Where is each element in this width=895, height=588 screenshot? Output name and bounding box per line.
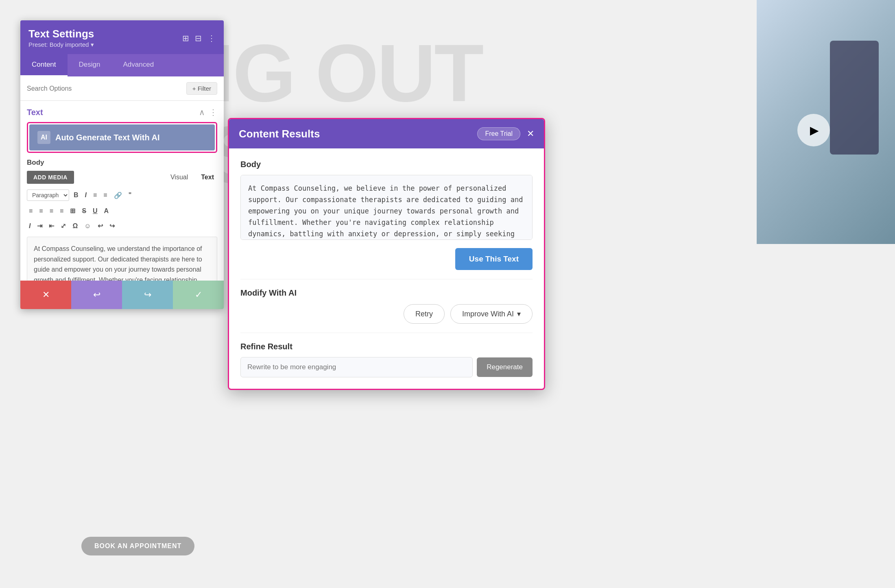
tab-text[interactable]: Text [198,172,217,183]
more-icon[interactable]: ⋮ [207,33,216,43]
content-results-modal: Content Results Free Trial ✕ Body At Com… [228,118,545,390]
use-text-button[interactable]: Use This Text [455,248,533,270]
search-bar: + Filter [20,76,224,101]
panel-title-group: Text Settings Preset: Body imported ▾ [28,28,94,48]
text-settings-panel: Text Settings Preset: Body imported ▾ ⊞ … [20,20,224,309]
align-center-btn[interactable]: ≡ [37,206,45,216]
undo-button[interactable]: ↩ [71,281,122,309]
modal-header: Content Results Free Trial ✕ [229,119,544,148]
section-title: Text [27,108,43,117]
free-trial-badge[interactable]: Free Trial [477,127,520,140]
table-btn[interactable]: ⊞ [68,206,77,216]
redo-button[interactable]: ↪ [122,281,173,309]
add-media-button[interactable]: ADD MEDIA [27,171,74,184]
section-header: Text ∧ ⋮ [27,107,217,117]
editor-tabs: Visual Text [167,172,217,183]
modify-buttons: Retry Improve With AI ▾ [240,304,533,324]
regenerate-button[interactable]: Regenerate [477,357,533,377]
align-left-btn[interactable]: ≡ [27,206,35,216]
ul-btn[interactable]: ≡ [91,190,99,200]
panel-header-icons: ⊞ ⊟ ⋮ [182,33,216,43]
tab-content[interactable]: Content [20,54,68,76]
add-media-row: ADD MEDIA Visual Text [27,171,217,184]
toolbar-row-3: I ⇥ ⇤ ⤢ Ω ☺ ↩ ↪ [27,218,217,233]
panel-subtitle: Preset: Body imported ▾ [28,41,94,48]
fullscreen-btn[interactable]: ⤢ [59,221,68,231]
body-label: Body [27,159,217,167]
search-input[interactable] [27,85,186,92]
panel-header: Text Settings Preset: Body imported ▾ ⊞ … [20,20,224,54]
improve-dropdown-icon: ▾ [517,309,521,318]
play-button[interactable]: ▶ [797,114,830,146]
refine-label: Refine Result [240,342,533,351]
paragraph-select[interactable]: Paragraph [27,189,69,201]
refine-row: Regenerate [240,357,533,377]
quote-btn[interactable]: " [127,190,134,200]
section-more-icon[interactable]: ⋮ [209,107,217,117]
ai-icon: AI [37,131,50,144]
modify-label: Modify With AI [240,288,533,298]
bold-btn[interactable]: B [72,190,81,200]
emoji-btn[interactable]: ☺ [82,221,93,231]
cancel-button[interactable]: ✕ [20,281,71,309]
play-icon: ▶ [810,124,819,137]
panel-tabs: Content Design Advanced [20,54,224,76]
background-image-right: ▶ [757,0,895,244]
result-body-label: Body [240,160,533,169]
underline-btn[interactable]: U [91,206,100,216]
divider-2 [240,333,533,333]
save-button[interactable]: ✓ [173,281,224,309]
improve-with-ai-button[interactable]: Improve With AI ▾ [450,304,533,324]
improve-label: Improve With AI [462,310,514,318]
special-char-btn[interactable]: Ω [70,221,80,231]
undo2-btn[interactable]: ↩ [96,221,105,231]
link-btn[interactable]: 🔗 [112,190,124,200]
text-section: Text ∧ ⋮ AI Auto Generate Text With AI B… [20,101,224,309]
tab-visual[interactable]: Visual [167,172,191,183]
redo2-btn[interactable]: ↪ [107,221,117,231]
outdent-btn[interactable]: ⇤ [47,221,56,231]
book-appointment-button[interactable]: BOOK AN APPOINTMENT [81,537,194,555]
modal-title: Content Results [239,128,320,140]
tab-advanced[interactable]: Advanced [111,54,165,76]
toolbar-row-2: ≡ ≡ ≡ ≡ ⊞ S U A [27,203,217,218]
modal-header-right: Free Trial ✕ [477,127,534,140]
italic-btn[interactable]: I [83,190,89,200]
text-color-btn[interactable]: A [102,206,111,216]
result-textarea[interactable]: At Compass Counseling, we believe in the… [240,175,533,240]
ol-btn[interactable]: ≡ [101,190,109,200]
divider-1 [240,279,533,279]
columns-icon[interactable]: ⊟ [195,33,202,43]
action-bar: ✕ ↩ ↪ ✓ [20,281,224,309]
indent-btn[interactable]: ⇥ [35,221,44,231]
refine-input[interactable] [240,357,473,377]
ai-generate-label: Auto Generate Text With AI [55,133,160,142]
filter-button[interactable]: + Filter [186,82,217,95]
background-figure [830,41,879,155]
toolbar-row-1: Paragraph B I ≡ ≡ 🔗 " [27,187,217,203]
section-controls: ∧ ⋮ [199,107,217,117]
strikethrough-btn[interactable]: S [80,206,88,216]
focus-icon[interactable]: ⊞ [182,33,189,43]
modal-close-button[interactable]: ✕ [527,128,534,139]
modal-body: Body At Compass Counseling, we believe i… [229,148,544,389]
panel-title: Text Settings [28,28,94,40]
ai-generate-button[interactable]: AI Auto Generate Text With AI [29,124,215,150]
tab-design[interactable]: Design [68,54,112,76]
italic2-btn[interactable]: I [27,221,33,231]
align-justify-btn[interactable]: ≡ [58,206,65,216]
ai-button-wrapper: AI Auto Generate Text With AI [27,122,217,153]
retry-button[interactable]: Retry [404,304,445,324]
align-right-btn[interactable]: ≡ [48,206,55,216]
collapse-icon[interactable]: ∧ [199,107,205,117]
